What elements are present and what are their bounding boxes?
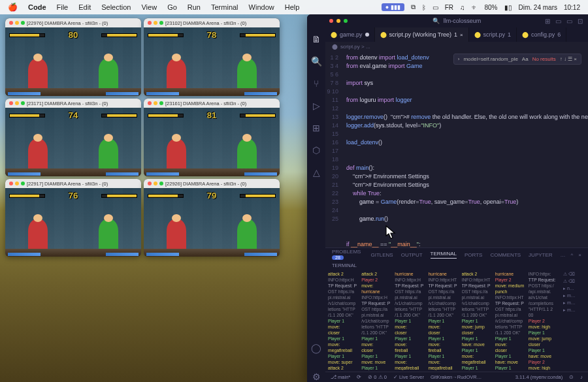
game-titlebar[interactable]: [23102] DIAMBRA Arena - sfiii3n - (0): [144, 18, 280, 27]
menu-view[interactable]: View: [141, 3, 157, 11]
close-icon[interactable]: [329, 19, 333, 23]
game-window[interactable]: [22917] DIAMBRA Arena - sfiii3n - (0) 76: [5, 179, 141, 257]
terminal-sidebar[interactable]: ⚠ ⌫⚠ ⌫▸ n…▸ m…▸ m…▸ m…: [562, 271, 585, 370]
menu-run[interactable]: Run: [188, 3, 201, 11]
find-nav[interactable]: ↑ ↓ ☰ ×: [560, 56, 577, 62]
terminal-label: TERMINAL: [325, 261, 588, 270]
date-text[interactable]: Dim. 24 mars: [519, 4, 557, 11]
layout-icon[interactable]: ⊞: [545, 18, 550, 25]
terminal-pane[interactable]: attack 2 INFO:httpx:H TP Request: P OST …: [328, 271, 360, 370]
status-bell-icon[interactable]: ♪: [580, 374, 583, 380]
time-text[interactable]: 10:12: [564, 4, 580, 11]
panel-tab-jupyter[interactable]: JUPYTER: [529, 252, 552, 258]
remote-icon[interactable]: ⬡: [311, 145, 321, 155]
game-window[interactable]: [23102] DIAMBRA Arena - sfiii3n - (0) 78: [144, 18, 280, 96]
breadcrumb[interactable]: ⬤script.py > ...: [325, 42, 588, 51]
layout-icon[interactable]: ▭: [566, 18, 572, 25]
headphones-icon[interactable]: ♫: [460, 4, 465, 11]
status-sync-icon[interactable]: ⟳: [357, 374, 361, 380]
game-viewport: 78: [144, 27, 280, 96]
terminal-pane[interactable]: attack 2 Player 2 move: hurricane INFO:h…: [361, 271, 393, 370]
panel-tab-output[interactable]: OUTPUT: [401, 252, 423, 258]
bluetooth-icon[interactable]: ᛒ: [422, 4, 426, 11]
run-debug-icon[interactable]: ▷: [311, 101, 321, 111]
app-name[interactable]: Code: [28, 3, 46, 11]
panel-tab-problems[interactable]: PROBLEMS 28: [332, 249, 363, 261]
game-titlebar[interactable]: [23171] DIAMBRA Arena - sfiii3n - (0): [5, 99, 141, 108]
tab-config-py[interactable]: ⬤config.py6: [517, 27, 566, 42]
recording-indicator[interactable]: ● ▮▮▮: [382, 3, 404, 11]
close-tab-icon[interactable]: ×: [460, 32, 463, 38]
game-window[interactable]: [22976] DIAMBRA Arena - sfiii3n - (0) 80: [5, 18, 141, 96]
layout-icon[interactable]: ▭: [555, 18, 561, 25]
search-icon[interactable]: 🔍: [311, 56, 321, 67]
tab-script-py-working[interactable]: ⬤script.py (Working Tree)1×: [375, 27, 469, 42]
round-timer: 78: [207, 30, 216, 40]
vscode-window[interactable]: 🗎 🔍 ⑂ ▷ ⊞ ⬡ △ ◯ ⚙ 🔍llm-colosseum ⊞▭▭⊡ ⬤g…: [307, 14, 588, 382]
menu-go[interactable]: Go: [167, 3, 177, 11]
account-icon[interactable]: ◯: [311, 343, 321, 353]
menu-file[interactable]: File: [57, 3, 69, 11]
testing-icon[interactable]: △: [311, 167, 321, 178]
panel-maximize-icon[interactable]: ^: [571, 252, 574, 258]
panel-tabs: PROBLEMS 28 GITLENS OUTPUT TERMINAL PORT…: [325, 248, 588, 261]
find-flags[interactable]: Aa: [522, 56, 529, 62]
terminal-pane[interactable]: hurricane Player 2 move: medium punch IN…: [495, 271, 527, 370]
terminal-pane[interactable]: INFO:httpx: TTP Request: POST https:/ /a…: [529, 271, 561, 370]
maximize-icon[interactable]: [344, 19, 348, 23]
activity-bar: 🗎 🔍 ⑂ ▷ ⊞ ⬡ △ ◯ ⚙: [307, 14, 325, 382]
code-editor[interactable]: 1 2 3 4 5 6 7 8 9 10 11 12 13 14 15 16 1…: [325, 51, 588, 247]
status-python[interactable]: 3.11.4 (myenv:conda): [515, 374, 563, 380]
tab-game-py[interactable]: ⬤game.py: [325, 27, 375, 42]
menu-help[interactable]: Help: [285, 3, 300, 11]
find-result: No results: [532, 56, 556, 62]
game-titlebar[interactable]: [22976] DIAMBRA Arena - sfiii3n - (0): [5, 18, 141, 27]
screenshare-icon[interactable]: ⧉: [411, 3, 416, 11]
game-title: [23161] DIAMBRA Arena - sfiii3n - (0): [165, 101, 246, 106]
game-window[interactable]: [23161] DIAMBRA Arena - sfiii3n - (0) 81: [144, 99, 280, 176]
display-icon[interactable]: ▭: [433, 4, 438, 11]
settings-icon[interactable]: ⚙: [311, 372, 321, 382]
battery-text: 80%: [485, 4, 498, 11]
terminal-pane[interactable]: attack 2 INFO:httpx:HT TP Request: P OST…: [462, 271, 494, 370]
game-window[interactable]: [23171] DIAMBRA Arena - sfiii3n - (0) 74: [5, 99, 141, 176]
status-branch[interactable]: ⎇ main*: [331, 374, 350, 380]
panel-tab-terminal[interactable]: TERMINAL: [431, 251, 457, 259]
layout-icon[interactable]: ⊡: [578, 18, 583, 25]
terminal-pane[interactable]: hurricane INFO:httpx:H TP Request: P OST…: [395, 271, 427, 370]
game-title: [23171] DIAMBRA Arena - sfiii3n - (0): [27, 101, 108, 106]
menu-selection[interactable]: Selection: [101, 3, 131, 11]
game-window[interactable]: [22926] DIAMBRA Arena - sfiii3n - (0) 79: [144, 179, 280, 257]
game-titlebar[interactable]: [22926] DIAMBRA Arena - sfiii3n - (0): [144, 179, 280, 188]
terminal-pane[interactable]: hurricane INFO:httpx:HT TP Request: P OS…: [428, 271, 460, 370]
status-gitkraken[interactable]: GitKraken→RudOVR…: [431, 374, 482, 380]
minimize-icon[interactable]: [336, 19, 340, 23]
game-titlebar[interactable]: [22917] DIAMBRA Arena - sfiii3n - (0): [5, 179, 141, 188]
panel-tab-ports[interactable]: PORTS: [465, 252, 482, 258]
terminal-area[interactable]: attack 2 INFO:httpx:H TP Request: P OST …: [325, 270, 588, 372]
round-timer: 76: [69, 191, 78, 200]
find-widget[interactable]: › model=self.random_ple Aa No results ↑ …: [453, 54, 581, 65]
tab-script-py[interactable]: ⬤script.py1: [469, 27, 517, 42]
apple-icon[interactable]: 🍎: [8, 3, 18, 12]
status-feedback-icon[interactable]: ⊙: [569, 374, 574, 380]
menu-edit[interactable]: Edit: [78, 3, 91, 11]
panel-tab-comments[interactable]: COMMENTS: [490, 252, 521, 258]
source-control-icon[interactable]: ⑂: [311, 78, 321, 89]
code-content[interactable]: from dotenv import load_dotenv from eval…: [342, 51, 588, 247]
panel-close-icon[interactable]: ×: [578, 252, 581, 258]
battery-icon[interactable]: ▮▯: [504, 4, 512, 11]
extensions-icon[interactable]: ⊞: [311, 123, 321, 133]
input-lang[interactable]: FR: [445, 4, 453, 11]
vscode-titlebar[interactable]: 🔍llm-colosseum ⊞▭▭⊡: [325, 14, 588, 27]
panel-tab-gitlens[interactable]: GITLENS: [370, 252, 393, 258]
wifi-icon[interactable]: ᯤ: [472, 4, 478, 11]
status-liveserver[interactable]: ✓ Live Server: [393, 374, 424, 380]
menu-window[interactable]: Window: [249, 3, 274, 11]
status-problems[interactable]: ⊘ 0 ⚠ 0: [368, 374, 387, 380]
find-input[interactable]: model=self.random_ple: [463, 56, 517, 62]
game-titlebar[interactable]: [23161] DIAMBRA Arena - sfiii3n - (0): [144, 99, 280, 108]
panel-action-icon[interactable]: …: [561, 252, 566, 258]
explorer-icon[interactable]: 🗎: [311, 34, 321, 44]
menu-terminal[interactable]: Terminal: [211, 3, 238, 11]
